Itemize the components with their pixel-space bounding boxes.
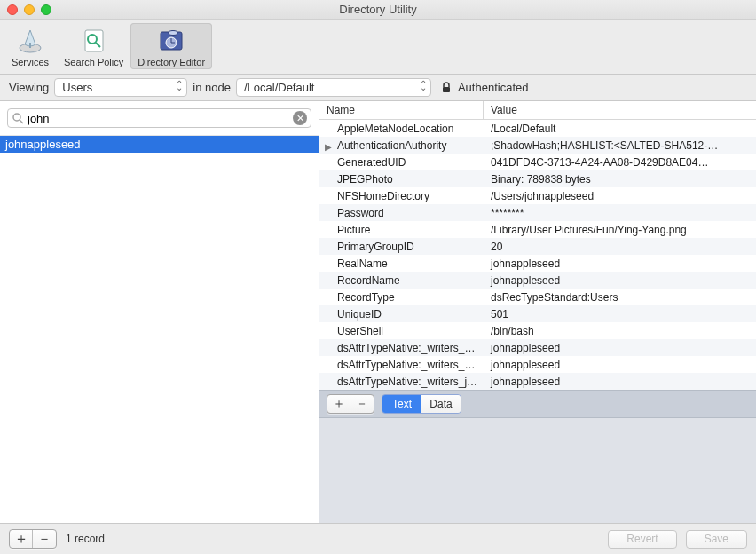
attribute-row[interactable]: UniqueID501 <box>319 305 756 322</box>
attributes-pane: Name Value AppleMetaNodeLocation/Local/D… <box>319 101 756 523</box>
record-add-remove-segment: ＋ － <box>9 529 57 549</box>
attribute-name: ▶AuthenticationAuthority <box>319 139 484 152</box>
viewing-select[interactable]: Users <box>54 78 187 97</box>
attr-add-remove-segment: ＋ － <box>327 394 374 414</box>
attribute-name: GeneratedUID <box>319 156 484 169</box>
attribute-name: JPEGPhoto <box>319 173 484 186</box>
window-title: Directory Utility <box>339 3 416 16</box>
chevron-updown-icon <box>176 81 183 91</box>
attribute-name: dsAttrTypeNative:_writers_… <box>319 359 484 371</box>
attribute-row[interactable]: dsAttrTypeNative:_writers_…johnappleseed <box>319 339 756 356</box>
search-policy-tab[interactable]: Search Policy <box>57 23 130 69</box>
directory-editor-label: Directory Editor <box>138 57 205 67</box>
close-window-button[interactable] <box>7 4 18 15</box>
attribute-value: johnappleseed <box>484 359 756 371</box>
chevron-updown-icon <box>420 81 427 91</box>
records-pane: ✕ johnappleseed <box>0 101 319 523</box>
attribute-row[interactable]: PrimaryGroupID20 <box>319 238 756 255</box>
viewing-value: Users <box>62 81 92 94</box>
filter-bar: Viewing Users in node /Local/Default Aut… <box>0 75 756 101</box>
column-header-value[interactable]: Value <box>484 101 756 119</box>
svg-line-12 <box>20 120 23 123</box>
attribute-name: NFSHomeDirectory <box>319 190 484 202</box>
auth-status-label: Authenticated <box>458 81 529 94</box>
attribute-value: /Local/Default <box>484 123 756 135</box>
window-controls <box>7 4 51 15</box>
toolbar: Services Search Policy Directory Editor <box>0 20 756 75</box>
services-tab[interactable]: Services <box>4 23 57 69</box>
add-attribute-button[interactable]: ＋ <box>327 395 350 413</box>
attribute-name: Password <box>319 207 484 219</box>
attribute-name: PrimaryGroupID <box>319 241 484 253</box>
attribute-row[interactable]: GeneratedUID041DFD4C-3713-4A24-AA08-D429… <box>319 154 756 170</box>
attribute-value: ******** <box>484 207 756 219</box>
view-mode-segment: Text Data <box>382 394 461 414</box>
node-select[interactable]: /Local/Default <box>236 78 431 97</box>
attribute-row[interactable]: JPEGPhotoBinary: 789838 bytes <box>319 170 756 187</box>
minimize-window-button[interactable] <box>24 4 35 15</box>
record-row[interactable]: johnappleseed <box>0 136 319 153</box>
attribute-row[interactable]: ▶AuthenticationAuthority;ShadowHash;HASH… <box>319 137 756 154</box>
svg-rect-1 <box>29 43 31 48</box>
search-icon <box>12 112 24 124</box>
titlebar: Directory Utility <box>0 0 756 20</box>
svg-point-9 <box>169 31 177 36</box>
node-value: /Local/Default <box>244 81 315 94</box>
attribute-value: Binary: 789838 bytes <box>484 173 756 186</box>
attributes-table[interactable]: AppleMetaNodeLocation/Local/Default▶Auth… <box>319 120 756 390</box>
attribute-name: dsAttrTypeNative:_writers_… <box>319 342 484 354</box>
in-node-label: in node <box>193 81 231 94</box>
attribute-name: RecordName <box>319 274 484 287</box>
attribute-name: AppleMetaNodeLocation <box>319 123 484 135</box>
attribute-name: UserShell <box>319 325 484 337</box>
attribute-value: johnappleseed <box>484 274 756 287</box>
attribute-value: 501 <box>484 308 756 321</box>
directory-editor-tab[interactable]: Directory Editor <box>130 23 212 69</box>
footer-bar: ＋ － 1 record Revert Save <box>0 524 756 554</box>
search-policy-label: Search Policy <box>64 57 123 67</box>
attribute-row[interactable]: RecordTypedsRecTypeStandard:Users <box>319 289 756 305</box>
services-label: Services <box>12 57 49 67</box>
attributes-empty-area <box>319 418 756 523</box>
attribute-value: johnappleseed <box>484 342 756 354</box>
disclosure-triangle-icon[interactable]: ▶ <box>325 142 332 152</box>
attribute-name: dsAttrTypeNative:_writers_j… <box>319 376 484 388</box>
attribute-value: johnappleseed <box>484 376 756 388</box>
remove-record-button[interactable]: － <box>33 530 56 548</box>
attribute-value: /Library/User Pictures/Fun/Ying-Yang.png <box>484 224 756 236</box>
attribute-value: /Users/johnappleseed <box>484 190 756 202</box>
attribute-row[interactable]: RealNamejohnappleseed <box>319 255 756 272</box>
attribute-row[interactable]: AppleMetaNodeLocation/Local/Default <box>319 120 756 137</box>
clear-search-button[interactable]: ✕ <box>293 111 307 125</box>
revert-button[interactable]: Revert <box>608 530 676 549</box>
attribute-value: dsRecTypeStandard:Users <box>484 291 756 304</box>
lock-icon[interactable] <box>440 82 453 94</box>
add-record-button[interactable]: ＋ <box>10 530 33 548</box>
attribute-row[interactable]: dsAttrTypeNative:_writers_…johnappleseed <box>319 356 756 373</box>
attribute-row[interactable]: dsAttrTypeNative:_writers_j…johnapplesee… <box>319 373 756 390</box>
attribute-value: /bin/bash <box>484 325 756 337</box>
remove-attribute-button[interactable]: － <box>350 395 374 413</box>
attribute-row[interactable]: RecordNamejohnappleseed <box>319 272 756 289</box>
attribute-value: ;ShadowHash;HASHLIST:<SALTED-SHA512-… <box>484 139 756 152</box>
attribute-column-header: Name Value <box>319 101 756 120</box>
zoom-window-button[interactable] <box>41 4 51 15</box>
text-view-button[interactable]: Text <box>382 395 421 413</box>
records-list[interactable]: johnappleseed <box>0 136 319 523</box>
svg-point-11 <box>13 114 20 121</box>
search-field[interactable]: ✕ <box>7 108 311 128</box>
attribute-value: johnappleseed <box>484 257 756 270</box>
main-split: ✕ johnappleseed Name Value AppleMetaNode… <box>0 101 756 524</box>
viewing-label: Viewing <box>9 81 49 94</box>
attribute-row[interactable]: NFSHomeDirectory/Users/johnappleseed <box>319 187 756 204</box>
data-view-button[interactable]: Data <box>421 395 461 413</box>
attribute-row[interactable]: Password******** <box>319 204 756 221</box>
column-header-name[interactable]: Name <box>319 101 484 119</box>
search-input[interactable] <box>24 112 293 125</box>
save-button[interactable]: Save <box>686 530 747 549</box>
services-icon <box>16 27 44 55</box>
attribute-row[interactable]: Picture/Library/User Pictures/Fun/Ying-Y… <box>319 221 756 238</box>
attribute-name: Picture <box>319 224 484 236</box>
attribute-row[interactable]: UserShell/bin/bash <box>319 322 756 339</box>
attribute-name: UniqueID <box>319 308 484 321</box>
